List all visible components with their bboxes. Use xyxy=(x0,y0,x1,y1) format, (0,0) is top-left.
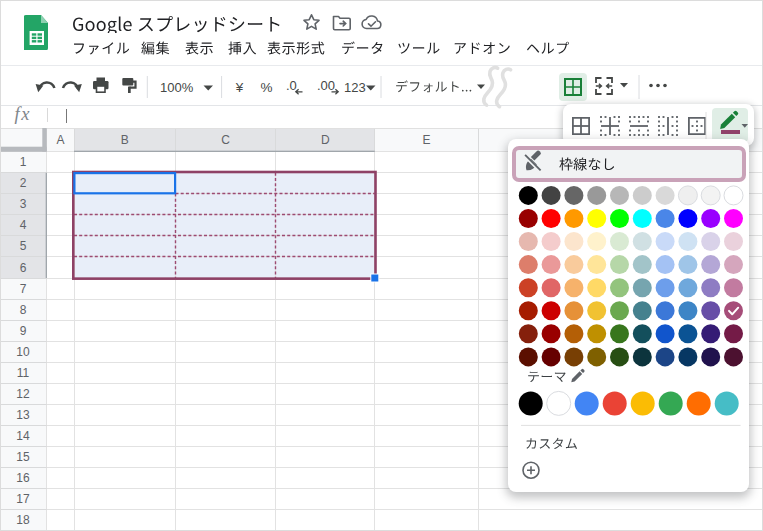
svg-text:.00: .00 xyxy=(317,78,335,93)
svg-text:1: 1 xyxy=(20,155,27,169)
svg-text:%: % xyxy=(260,80,272,95)
svg-text:100%: 100% xyxy=(160,80,194,95)
svg-text:16: 16 xyxy=(16,471,30,485)
svg-text:9: 9 xyxy=(20,324,27,338)
svg-text:.0: .0 xyxy=(286,78,297,93)
svg-text:4: 4 xyxy=(20,218,27,232)
svg-text:3: 3 xyxy=(20,197,27,211)
svg-text:13: 13 xyxy=(16,408,30,422)
svg-text:A: A xyxy=(56,133,64,147)
svg-text:12: 12 xyxy=(16,387,30,401)
svg-text:18: 18 xyxy=(16,513,30,527)
svg-text:123: 123 xyxy=(344,80,366,95)
svg-text:6: 6 xyxy=(20,261,27,275)
svg-text:15: 15 xyxy=(16,450,30,464)
svg-text:B: B xyxy=(121,133,129,147)
svg-text:7: 7 xyxy=(20,282,27,296)
svg-text:11: 11 xyxy=(17,366,30,380)
svg-text:14: 14 xyxy=(16,429,30,443)
svg-text:10: 10 xyxy=(16,345,30,359)
svg-text:E: E xyxy=(423,133,431,147)
svg-text:2: 2 xyxy=(20,176,27,190)
svg-text:5: 5 xyxy=(20,239,27,253)
svg-text:17: 17 xyxy=(16,492,30,506)
svg-text:8: 8 xyxy=(20,303,27,317)
svg-text:C: C xyxy=(221,133,230,147)
svg-text:¥: ¥ xyxy=(235,80,244,95)
svg-text:D: D xyxy=(321,133,330,147)
